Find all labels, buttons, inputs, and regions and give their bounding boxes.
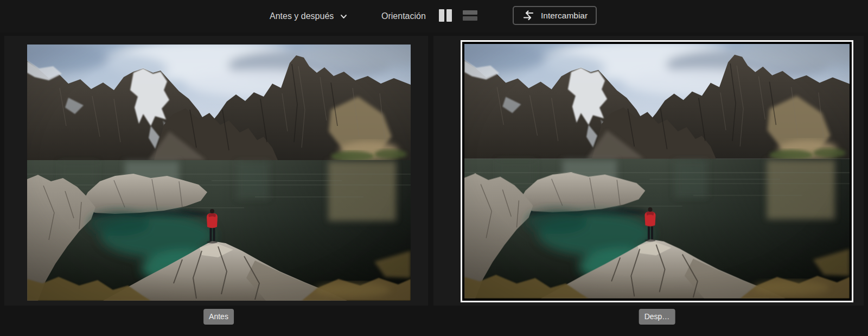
after-badge: Desp…	[639, 309, 675, 325]
orientation-horizontal-split-button[interactable]	[463, 10, 477, 21]
view-mode-label: Antes y después	[270, 11, 334, 21]
after-image-selected-frame[interactable]	[461, 40, 853, 302]
after-image[interactable]	[464, 44, 850, 299]
before-image[interactable]	[27, 45, 411, 301]
before-badge: Antes	[203, 309, 234, 325]
swap-button[interactable]: Intercambiar	[513, 6, 597, 25]
swap-arrows-icon	[522, 10, 535, 21]
before-after-view: Antes y después Orientación Intercambiar	[0, 0, 868, 336]
orientation-vertical-split-button[interactable]	[439, 9, 452, 22]
swap-button-label: Intercambiar	[541, 11, 588, 21]
chevron-down-icon	[340, 12, 348, 21]
toolbar: Antes y después Orientación Intercambiar	[0, 0, 868, 33]
split-vertical-icon	[439, 9, 444, 22]
orientation-label: Orientación	[381, 0, 426, 33]
view-mode-dropdown[interactable]: Antes y después	[270, 0, 348, 33]
split-horizontal-icon	[463, 10, 477, 15]
